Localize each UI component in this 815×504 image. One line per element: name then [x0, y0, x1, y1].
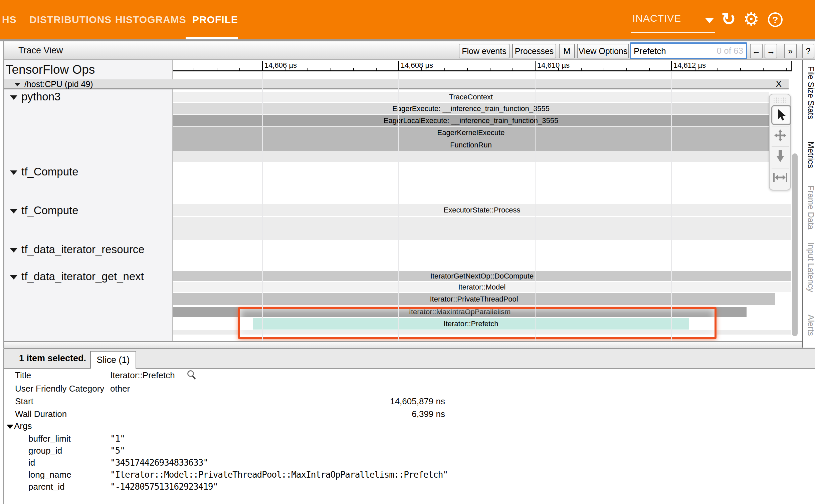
- run-selector-dropdown[interactable]: INACTIVE: [631, 10, 715, 33]
- toolbar-button-flow-events[interactable]: Flow events: [459, 44, 510, 58]
- help-icon[interactable]: ?: [768, 12, 783, 27]
- trace-view-title: Trace View: [18, 45, 63, 56]
- ruler-major-tick: [262, 61, 263, 71]
- timeline-gridline: [535, 72, 536, 341]
- side-tab-strip: File Size StatsMetricsFrame DataInput La…: [802, 60, 815, 348]
- arg-value-buffer_limit: "1": [110, 434, 125, 444]
- ruler-minor-tick: [513, 68, 513, 71]
- tab-slice[interactable]: Slice (1): [90, 351, 136, 369]
- horizontal-scrollbar-track[interactable]: [4, 342, 815, 349]
- args-collapse-triangle-icon: [7, 425, 13, 429]
- ruler-baseline: [173, 70, 792, 71]
- tab-distributions[interactable]: DISTRIBUTIONS: [29, 0, 112, 39]
- process-header-label: /host:CPU (pid 49): [24, 79, 93, 89]
- detail-value-wall-duration: 6,399 ns: [234, 409, 445, 419]
- toolbar-button-view-options[interactable]: View Options: [577, 44, 629, 58]
- timing-tool-button[interactable]: [771, 168, 789, 186]
- side-tab-frame-data: Frame Data: [806, 185, 815, 229]
- trace-slice-unlabeled[interactable]: [173, 217, 791, 240]
- selection-tool-button[interactable]: [771, 105, 791, 125]
- detail-label-start: Start: [15, 396, 33, 407]
- ruler-minor-tick: [353, 68, 354, 71]
- detail-label-user-friendly-category: User Friendly Category: [15, 384, 104, 394]
- ruler-minor-tick: [444, 68, 445, 71]
- ruler-minor-tick: [376, 68, 377, 71]
- search-result-count: 0 of 63: [717, 46, 743, 56]
- track-label-tf-data-iterator-resource[interactable]: tf_data_iterator_resource: [21, 243, 145, 256]
- trace-slice[interactable]: IteratorGetNextOp::DoCompute: [173, 271, 791, 281]
- collapse-triangle-icon[interactable]: [10, 170, 17, 175]
- ruler-major-tick: [398, 61, 399, 71]
- refresh-icon[interactable]: ↻: [719, 0, 739, 39]
- collapse-triangle-icon[interactable]: [10, 248, 17, 253]
- ruler-tick-label: 14,608 µs: [401, 61, 433, 70]
- selection-summary: 1 item selected.: [19, 353, 86, 364]
- arg-key-buffer_limit: buffer_limit: [28, 434, 71, 444]
- collapse-triangle-icon[interactable]: [10, 95, 17, 100]
- cursor-arrow-icon: [776, 109, 787, 121]
- magnifier-icon[interactable]: [186, 370, 197, 382]
- detail-value-title: Iterator::Prefetch: [110, 370, 175, 381]
- ruler-major-tick: [671, 61, 672, 71]
- search-input[interactable]: [633, 44, 715, 58]
- ruler-minor-tick: [421, 68, 422, 71]
- timeline-gridline: [671, 72, 672, 341]
- arg-key-long_name: long_name: [28, 470, 71, 480]
- track-label-python3[interactable]: python3: [21, 90, 60, 103]
- timeline-gridline: [398, 72, 399, 341]
- detail-label-title: Title: [15, 370, 31, 381]
- side-tab-file-size-stats[interactable]: File Size Stats: [806, 66, 815, 119]
- arg-key-id: id: [28, 458, 35, 468]
- down-arrow-icon: [775, 149, 786, 163]
- run-selector-value: INACTIVE: [632, 13, 681, 24]
- detail-label-wall-duration: Wall Duration: [15, 409, 67, 419]
- track-label-tf-Compute[interactable]: tf_Compute: [21, 204, 78, 217]
- ruler-minor-tick: [285, 68, 285, 71]
- ruler-minor-tick: [558, 68, 559, 71]
- collapse-triangle-icon[interactable]: [10, 209, 17, 213]
- close-process-button[interactable]: X: [776, 79, 782, 89]
- arg-key-group_id: group_id: [28, 446, 62, 456]
- ruler-tick-label: 14,606 µs: [264, 61, 297, 70]
- more-button[interactable]: »: [784, 44, 797, 58]
- ruler-major-tick: [535, 61, 536, 71]
- side-tab-input-latency: Input Latency: [806, 242, 815, 292]
- trace-slice[interactable]: Iterator::PrivateThreadPool: [173, 293, 775, 305]
- toolbar-button-m[interactable]: M: [559, 44, 575, 58]
- arg-value-id: "345174426934833633": [110, 458, 208, 468]
- palette-drag-handle[interactable]: [773, 97, 788, 103]
- ruler-edge-tick: [791, 61, 792, 71]
- timeline-gridline: [262, 72, 263, 341]
- args-section-header[interactable]: Args: [7, 421, 32, 431]
- gear-icon[interactable]: ⚙: [741, 0, 762, 39]
- tab-hs[interactable]: HS: [2, 0, 17, 39]
- column-divider: [172, 60, 173, 341]
- trace-search-box[interactable]: 0 of 63: [630, 42, 747, 59]
- vertical-scrollbar[interactable]: [792, 153, 798, 336]
- tab-histograms[interactable]: HISTOGRAMS: [115, 0, 186, 39]
- tool-palette: [769, 94, 791, 190]
- help-button[interactable]: ?: [802, 44, 814, 58]
- tab-profile[interactable]: PROFILE: [192, 0, 238, 39]
- arg-value-long_name: "Iterator::Model::PrivateThreadPool::Max…: [110, 470, 448, 480]
- selection-highlight-rect: [238, 307, 717, 339]
- find-prev-button[interactable]: ←: [750, 44, 763, 58]
- toolbar-button-processes[interactable]: Processes: [512, 44, 556, 58]
- trace-slice[interactable]: Iterator::Model: [173, 282, 791, 292]
- find-next-button[interactable]: →: [765, 44, 777, 58]
- trace-slice[interactable]: ExecutorState::Process: [173, 204, 791, 216]
- track-label-tf-Compute[interactable]: tf_Compute: [21, 165, 78, 178]
- run-selector-underline: [631, 32, 715, 33]
- ruler-minor-tick: [194, 68, 194, 71]
- track-group-title: TensorFlow Ops: [6, 63, 95, 77]
- app-header-bar: INACTIVE ↻ ⚙ ? HSDISTRIBUTIONSHISTOGRAMS…: [0, 0, 815, 39]
- ruler-minor-tick: [308, 68, 308, 71]
- arg-value-parent_id: "-1428057513162923419": [110, 482, 218, 492]
- pan-tool-button[interactable]: [771, 126, 789, 144]
- side-tab-metrics[interactable]: Metrics: [806, 141, 815, 168]
- track-label-tf-data-iterator-get-next[interactable]: tf_data_iterator_get_next: [21, 270, 144, 283]
- collapse-triangle-icon[interactable]: [10, 275, 17, 280]
- ruler-minor-tick: [239, 68, 240, 71]
- ruler-tick-label: 14,610 µs: [537, 61, 570, 70]
- zoom-tool-button[interactable]: [771, 147, 789, 165]
